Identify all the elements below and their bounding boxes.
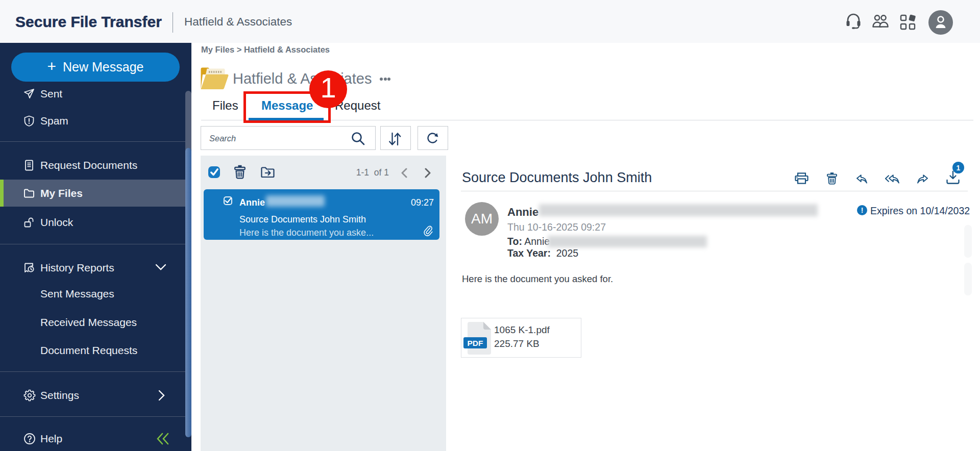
svg-text:PDF: PDF: [468, 339, 483, 347]
